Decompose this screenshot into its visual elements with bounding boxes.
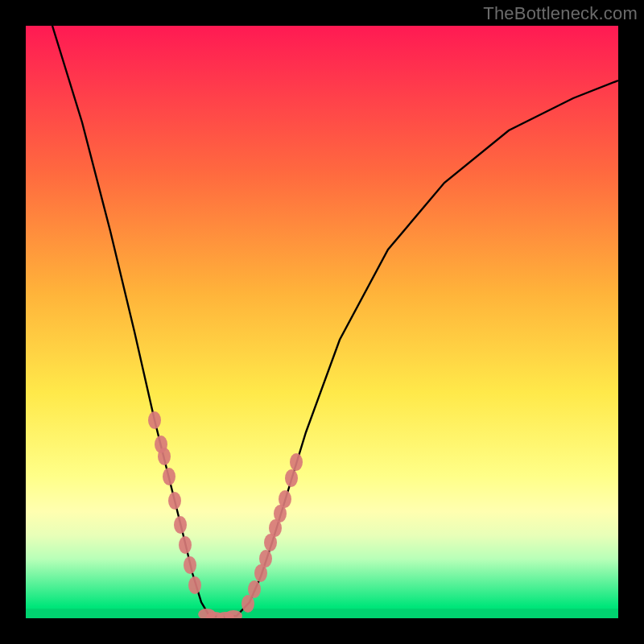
data-point: [188, 576, 201, 594]
dots-right-branch: [242, 453, 303, 613]
data-point: [279, 490, 291, 508]
data-point: [168, 492, 181, 510]
dots-left-branch: [148, 411, 201, 594]
data-point: [158, 448, 171, 465]
data-point: [174, 516, 187, 534]
data-point: [259, 550, 272, 568]
data-point: [179, 536, 192, 554]
data-point: [148, 411, 161, 429]
data-point: [163, 468, 175, 485]
data-point: [285, 469, 298, 487]
bottleneck-curve: [52, 26, 618, 617]
dots-bottom: [198, 609, 242, 618]
plot-area: [26, 26, 618, 618]
bottleneck-chart: [26, 26, 618, 618]
data-point: [248, 580, 261, 598]
watermark-text: TheBottleneck.com: [483, 3, 638, 24]
data-point: [290, 453, 303, 471]
data-point: [184, 556, 196, 574]
